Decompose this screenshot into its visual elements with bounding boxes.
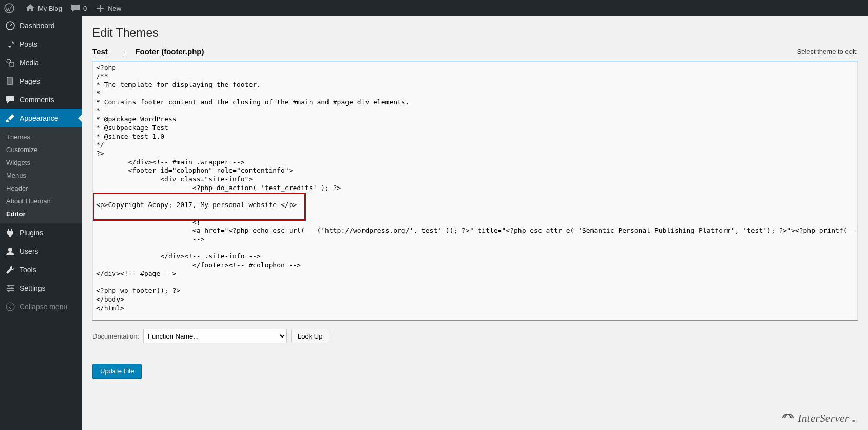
function-name-select[interactable]: Function Name... — [143, 329, 287, 343]
documentation-label: Documentation: — [92, 332, 139, 340]
submenu-themes[interactable]: Themes — [0, 130, 82, 143]
current-file-name: Footer (footer.php) — [135, 47, 204, 56]
submenu-widgets[interactable]: Widgets — [0, 156, 82, 169]
submenu-menus[interactable]: Menus — [0, 169, 82, 182]
menu-label: Pages — [20, 77, 40, 85]
brush-icon — [5, 113, 15, 123]
svg-point-6 — [8, 248, 12, 252]
lookup-button[interactable]: Look Up — [291, 329, 329, 343]
site-name-text: My Blog — [38, 5, 62, 12]
menu-label: Tools — [20, 266, 36, 274]
comment-icon — [70, 3, 81, 13]
comment-icon — [5, 95, 15, 105]
main-content: Edit Themes Test : Footer (footer.php) S… — [82, 16, 868, 409]
menu-users[interactable]: Users — [0, 242, 82, 260]
svg-rect-3 — [10, 62, 14, 66]
wp-logo-menu[interactable] — [0, 0, 21, 16]
menu-pages[interactable]: Pages — [0, 72, 82, 90]
submenu-editor[interactable]: Editor — [0, 208, 82, 220]
page-icon — [5, 76, 15, 86]
menu-tools[interactable]: Tools — [0, 260, 82, 279]
wordpress-icon — [4, 3, 14, 13]
admin-toolbar: My Blog 0 New — [0, 0, 868, 16]
menu-settings[interactable]: Settings — [0, 279, 82, 297]
menu-label: Posts — [20, 40, 37, 48]
comments-count: 0 — [83, 5, 87, 12]
plus-icon — [95, 3, 105, 13]
menu-label: Appearance — [20, 114, 59, 122]
update-file-button[interactable]: Update File — [92, 364, 142, 379]
collapse-menu[interactable]: Collapse menu — [0, 297, 82, 316]
new-content-link[interactable]: New — [91, 0, 125, 16]
settings-icon — [5, 283, 15, 293]
menu-label: Dashboard — [20, 22, 55, 30]
menu-media[interactable]: Media — [0, 53, 82, 72]
new-label: New — [108, 5, 121, 12]
tools-icon — [5, 265, 15, 275]
svg-point-2 — [7, 59, 11, 63]
menu-label: Media — [20, 59, 39, 67]
svg-point-11 — [11, 287, 13, 289]
collapse-icon — [5, 302, 15, 312]
submenu-customize[interactable]: Customize — [0, 143, 82, 156]
svg-point-12 — [8, 290, 10, 292]
code-editor[interactable] — [92, 61, 858, 320]
svg-rect-5 — [8, 78, 13, 85]
file-header-row: Test : Footer (footer.php) Select theme … — [92, 47, 858, 56]
admin-sidebar: Dashboard Posts Media Pages Comments App… — [0, 16, 82, 409]
svg-point-10 — [8, 285, 10, 287]
menu-comments[interactable]: Comments — [0, 90, 82, 109]
page-title: Edit Themes — [92, 22, 858, 42]
menu-plugins[interactable]: Plugins — [0, 223, 82, 242]
menu-label: Users — [20, 247, 38, 255]
submenu-about-hueman[interactable]: About Hueman — [0, 195, 82, 208]
documentation-row: Documentation: Function Name... Look Up — [92, 329, 858, 343]
plugin-icon — [5, 228, 15, 238]
svg-point-13 — [6, 303, 14, 311]
media-icon — [5, 58, 15, 68]
menu-label: Collapse menu — [20, 303, 67, 311]
menu-appearance[interactable]: Appearance — [0, 109, 82, 127]
appearance-submenu: Themes Customize Widgets Menus Header Ab… — [0, 127, 82, 223]
menu-label: Comments — [20, 96, 54, 104]
menu-dashboard[interactable]: Dashboard — [0, 16, 82, 35]
menu-label: Plugins — [20, 229, 43, 237]
theme-name: Test — [92, 47, 113, 56]
users-icon — [5, 246, 15, 256]
menu-label: Settings — [20, 284, 46, 292]
submenu-header[interactable]: Header — [0, 182, 82, 195]
site-name-link[interactable]: My Blog — [21, 0, 66, 16]
editor-wrapper — [92, 61, 858, 322]
home-icon — [25, 3, 35, 13]
select-theme-label: Select theme to edit: — [797, 48, 858, 55]
menu-posts[interactable]: Posts — [0, 35, 82, 53]
pin-icon — [5, 39, 15, 49]
comments-link[interactable]: 0 — [66, 0, 91, 16]
colon: : — [113, 48, 136, 56]
dashboard-icon — [5, 21, 15, 31]
